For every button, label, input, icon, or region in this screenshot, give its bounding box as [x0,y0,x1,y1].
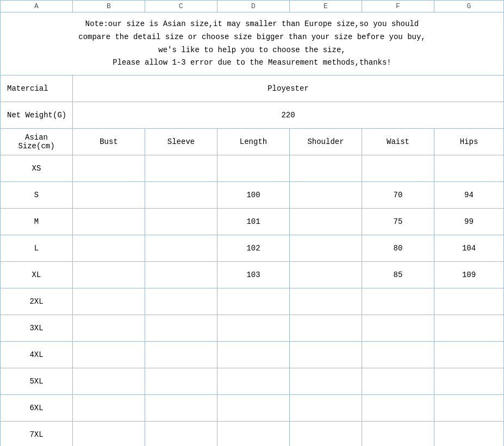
size-chart-container: A B C D E F G Note:our size is Asian siz… [0,0,504,446]
cell-length [217,422,290,446]
cell-hips [434,288,503,315]
cell-shoulder [290,235,362,261]
cell-sleeve [145,368,217,394]
cell-length: 103 [217,262,290,288]
col-header-d: D [217,1,290,12]
cell-bust [73,262,145,288]
cell-sleeve [145,155,217,181]
cell-shoulder [290,315,362,341]
cell-hips: 94 [434,182,503,208]
cell-waist [362,288,434,315]
cell-bust [73,288,145,315]
cell-hips [434,422,503,446]
table-row: XL10385109 [1,262,503,288]
cell-sleeve [145,342,217,368]
cell-size: 2XL [1,288,73,315]
cell-size: XS [1,155,73,181]
cell-length [217,342,290,368]
cell-hips: 109 [434,262,503,288]
cell-bust [73,395,145,421]
cell-sleeve [145,315,217,341]
cell-waist [362,422,434,446]
cell-shoulder [290,262,362,288]
material-row: Matercial Ployester [1,76,503,102]
cell-waist [362,368,434,394]
col-header-b: B [73,1,145,12]
cell-size: 3XL [1,315,73,341]
cell-shoulder [290,288,362,315]
cell-sleeve [145,262,217,288]
cell-hips [434,395,503,421]
cell-waist: 85 [362,262,434,288]
cell-sleeve [145,288,217,315]
col-header-e: E [290,1,362,12]
cell-waist [362,155,434,181]
note-line3: we's like to help you to choose the size… [11,44,493,57]
table-row: S1007094 [1,182,503,209]
cell-waist [362,315,434,341]
cell-sleeve [145,422,217,446]
header-size: Asian Size(cm) [1,129,73,155]
cell-hips: 99 [434,209,503,235]
cell-bust [73,235,145,261]
cell-length: 100 [217,182,290,208]
table-row: 6XL [1,395,503,422]
table-row: M1017599 [1,209,503,235]
header-bust: Bust [73,129,145,155]
cell-length: 101 [217,209,290,235]
table-row: 5XL [1,368,503,395]
cell-sleeve [145,209,217,235]
cell-waist [362,395,434,421]
weight-value: 220 [73,102,503,128]
cell-length: 102 [217,235,290,261]
cell-sleeve [145,182,217,208]
data-rows-container: XSS1007094M1017599L10280104XL103851092XL… [1,155,503,446]
table-row: L10280104 [1,235,503,262]
cell-shoulder [290,209,362,235]
cell-bust [73,182,145,208]
note-line1: Note:our size is Asian size,it may small… [11,18,493,31]
cell-hips [434,368,503,394]
cell-waist: 70 [362,182,434,208]
cell-hips [434,315,503,341]
cell-size: L [1,235,73,261]
note-line2: compare the detail size or choose size b… [11,31,493,44]
cell-size: 4XL [1,342,73,368]
material-value: Ployester [73,76,503,102]
cell-bust [73,368,145,394]
cell-size: 7XL [1,422,73,446]
header-waist: Waist [362,129,434,155]
cell-size: 6XL [1,395,73,421]
cell-waist: 80 [362,235,434,261]
cell-hips [434,342,503,368]
cell-shoulder [290,342,362,368]
cell-length [217,288,290,315]
col-header-g: G [434,1,503,12]
cell-size: XL [1,262,73,288]
cell-waist [362,342,434,368]
header-sleeve: Sleeve [145,129,217,155]
cell-bust [73,342,145,368]
cell-sleeve [145,395,217,421]
header-hips: Hips [434,129,503,155]
material-label: Matercial [1,76,73,102]
weight-label: Net Weight(G) [1,102,73,128]
cell-hips: 104 [434,235,503,261]
cell-length [217,155,290,181]
weight-row: Net Weight(G) 220 [1,102,503,129]
table-row: 4XL [1,342,503,368]
col-header-f: F [362,1,434,12]
col-header-a: A [1,1,73,12]
cell-length [217,395,290,421]
table-row: 7XL [1,422,503,446]
cell-bust [73,209,145,235]
note-section: Note:our size is Asian size,it may small… [1,12,503,76]
cell-sleeve [145,235,217,261]
cell-size: M [1,209,73,235]
cell-bust [73,315,145,341]
cell-length [217,315,290,341]
cell-shoulder [290,182,362,208]
column-header-row: A B C D E F G [1,1,503,12]
note-line4: Please allow 1-3 error due to the Measur… [11,56,493,70]
header-shoulder: Shoulder [290,129,362,155]
